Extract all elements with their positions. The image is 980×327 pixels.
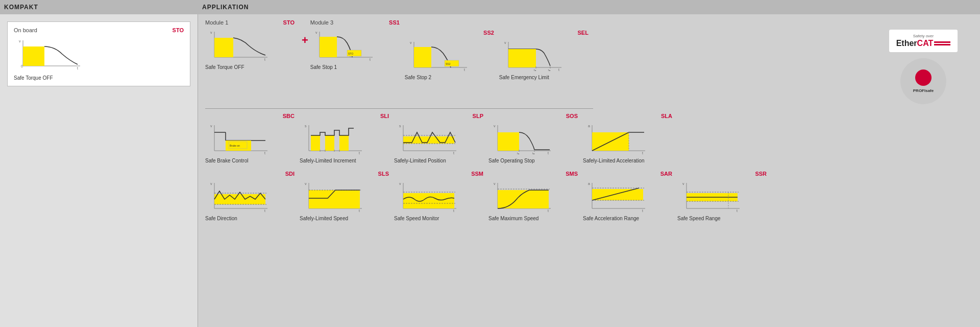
kompakt-item-label: Safe Torque OFF	[14, 75, 184, 81]
svg-text:t: t	[548, 151, 549, 155]
svg-text:v: v	[19, 39, 21, 43]
sms-chart: v t	[488, 179, 555, 216]
sli-badge: SLI	[380, 113, 389, 119]
svg-marker-13	[320, 37, 337, 57]
svg-marker-48	[311, 135, 320, 151]
svg-text:STO: STO	[348, 52, 353, 55]
svg-text:s: s	[399, 124, 401, 128]
svg-text:t₂: t₂	[532, 152, 535, 155]
sli-label: Safely-Limited Increment	[300, 158, 394, 164]
sls-badge: SLS	[378, 171, 389, 177]
svg-text:t: t	[453, 209, 454, 213]
sos-badge: SOS	[566, 113, 578, 119]
sar-label: Safe Acceleration Range	[583, 216, 677, 221]
sdi-label: Safe Direction	[205, 216, 300, 221]
svg-text:t₂: t₂	[548, 68, 551, 72]
sbc-chart: Brake on v t	[205, 121, 272, 158]
svg-text:v: v	[315, 31, 317, 34]
svg-text:t₁: t₁	[517, 152, 520, 155]
kompakt-sto-chart: 0 t v	[14, 36, 85, 73]
ssm-label: Safe Speed Monitor	[394, 216, 488, 221]
svg-marker-21	[414, 47, 431, 67]
profisafe-dot	[915, 69, 932, 86]
ss1-label: Safe Stop 1	[310, 64, 405, 70]
sli-chart: s t	[300, 121, 366, 158]
svg-text:v: v	[305, 182, 307, 185]
svg-text:s: s	[305, 124, 307, 128]
sms-label: Safe Maximum Speed	[488, 216, 583, 221]
module1-sto-label: Safe Torque OFF	[205, 64, 300, 70]
module1-label: Module 1	[205, 19, 228, 26]
svg-text:a: a	[588, 124, 590, 128]
module1-badge: STO	[283, 19, 295, 26]
ss2-chart: SS2 v t	[405, 38, 471, 75]
svg-marker-2	[23, 46, 44, 66]
svg-text:t: t	[548, 209, 549, 213]
ethercat-cat: CAT	[917, 39, 934, 48]
slp-chart: s t	[394, 121, 460, 158]
svg-text:t: t	[77, 66, 78, 70]
sla-chart: a t	[583, 121, 649, 158]
sms-badge: SMS	[566, 171, 578, 177]
svg-text:v: v	[210, 31, 212, 34]
svg-text:a: a	[588, 182, 590, 185]
sos-chart: t₁ t₂ v t	[488, 121, 555, 158]
sla-label: Safely-Limited Acceleration	[583, 158, 677, 164]
svg-text:v: v	[410, 41, 412, 44]
svg-text:SS2: SS2	[446, 62, 451, 65]
sel-chart: t₁ t₂ v t	[499, 38, 566, 75]
module3-label: Module 3	[310, 19, 333, 26]
svg-text:t: t	[359, 151, 360, 155]
ethercat-logo: Safety over Ether CAT	[889, 30, 958, 52]
sla-badge: SLA	[661, 113, 672, 119]
ss1-chart: STO v t	[310, 28, 377, 64]
svg-text:t: t	[737, 209, 738, 213]
svg-text:t: t	[359, 209, 360, 213]
svg-text:v: v	[399, 182, 401, 185]
svg-marker-66	[498, 132, 519, 151]
svg-text:v: v	[494, 182, 496, 185]
svg-text:Brake on: Brake on	[230, 144, 240, 147]
ethercat-safety-over: Safety over	[913, 34, 934, 38]
sls-label: Safely-Limited Speed	[300, 216, 394, 221]
svg-marker-29	[508, 49, 536, 67]
svg-text:t: t	[264, 151, 265, 155]
sls-chart: v t	[300, 179, 366, 216]
module1-sto-chart: v t	[205, 28, 272, 64]
svg-text:v: v	[682, 182, 684, 185]
svg-marker-50	[339, 135, 349, 151]
profisafe-logo: PROFIsafe	[900, 58, 946, 104]
ss1-badge: SS1	[389, 19, 400, 26]
slp-label: Safely-Limited Position	[394, 158, 488, 164]
sos-label: Safe Operating Stop	[488, 158, 583, 164]
svg-marker-49	[325, 135, 334, 151]
ssr-label: Safe Speed Range	[677, 216, 772, 221]
kompakt-item-title: On board	[14, 27, 37, 33]
svg-text:v: v	[504, 41, 506, 44]
kompakt-badge-sto: STO	[173, 27, 184, 33]
kompakt-header: KOMPAKT	[4, 4, 202, 11]
profisafe-text: PROFIsafe	[913, 88, 934, 93]
plus-sign: +	[302, 19, 308, 47]
sel-badge: SEL	[577, 30, 588, 36]
svg-text:v: v	[210, 182, 212, 185]
svg-text:t: t	[264, 209, 265, 213]
sar-chart: a t	[583, 179, 649, 216]
sel-label: Safe Emergency Limit	[499, 75, 594, 80]
svg-text:t: t	[642, 209, 643, 213]
svg-text:t: t	[453, 151, 454, 155]
svg-text:v: v	[210, 124, 212, 128]
ethercat-ether: Ether	[896, 39, 917, 48]
sdi-chart: v t	[205, 179, 272, 216]
sbc-label: Safe Brake Control	[205, 158, 300, 164]
svg-text:0: 0	[21, 64, 23, 68]
ssm-chart: v t	[394, 179, 460, 216]
svg-text:t: t	[370, 58, 371, 61]
ss2-badge: SS2	[483, 30, 494, 36]
svg-text:v: v	[494, 124, 496, 128]
slp-badge: SLP	[473, 113, 483, 119]
sar-badge: SAR	[660, 171, 672, 177]
svg-marker-91	[309, 190, 360, 208]
sbc-badge: SBC	[283, 113, 295, 119]
svg-text:t₁: t₁	[534, 68, 536, 72]
